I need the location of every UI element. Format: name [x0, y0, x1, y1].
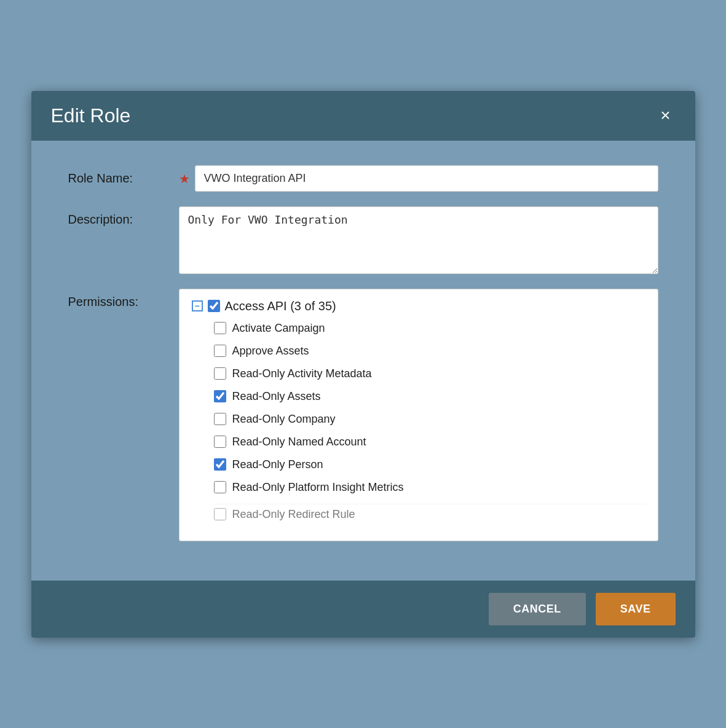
perm-item-readonly-platform-insight: Read-Only Platform Insight Metrics — [214, 481, 645, 494]
perm-item-readonly-assets: Read-Only Assets — [214, 390, 645, 403]
perm-label-activate-campaign: Activate Campaign — [232, 322, 325, 335]
modal-footer: CANCEL SAVE — [31, 581, 695, 638]
checkbox-readonly-activity-metadata[interactable] — [214, 367, 226, 380]
description-label: Description: — [68, 206, 179, 227]
perm-label-readonly-named-account: Read-Only Named Account — [232, 436, 366, 448]
checkbox-readonly-redirect-rule[interactable] — [214, 508, 226, 520]
role-name-input-wrapper: ★ — [179, 165, 658, 192]
permissions-box: − Access API (3 of 35) Activate Campaign… — [179, 289, 658, 541]
role-name-input[interactable] — [195, 165, 658, 192]
save-button[interactable]: SAVE — [596, 593, 676, 625]
modal-title: Edit Role — [51, 104, 131, 127]
modal-header: Edit Role × — [31, 91, 695, 141]
modal-body: Role Name: ★ Description: Only For VWO I… — [31, 141, 695, 581]
checkbox-readonly-company[interactable] — [214, 413, 226, 425]
permissions-row: Permissions: − Access API (3 of 35) Acti… — [68, 289, 658, 541]
role-name-label: Role Name: — [68, 165, 179, 186]
cancel-button[interactable]: CANCEL — [489, 593, 586, 625]
perm-item-readonly-person: Read-Only Person — [214, 458, 645, 471]
checkbox-approve-assets[interactable] — [214, 345, 226, 357]
role-name-row: Role Name: ★ — [68, 165, 658, 192]
perm-item-readonly-named-account: Read-Only Named Account — [214, 436, 645, 448]
permissions-label: Permissions: — [68, 289, 179, 309]
perm-label-readonly-person: Read-Only Person — [232, 458, 323, 471]
perm-item-approve-assets: Approve Assets — [214, 345, 645, 358]
perm-label-readonly-activity-metadata: Read-Only Activity Metadata — [232, 367, 372, 380]
perm-label-readonly-redirect-rule: Read-Only Redirect Rule — [232, 508, 355, 521]
required-indicator: ★ — [179, 165, 190, 186]
checkbox-readonly-named-account[interactable] — [214, 436, 226, 448]
checkbox-readonly-assets[interactable] — [214, 390, 226, 402]
perm-label-readonly-company: Read-Only Company — [232, 413, 336, 426]
perm-item-readonly-company: Read-Only Company — [214, 413, 645, 426]
description-textarea[interactable]: Only For VWO Integration — [179, 206, 658, 274]
perm-label-readonly-platform-insight: Read-Only Platform Insight Metrics — [232, 481, 404, 494]
edit-role-modal: Edit Role × Role Name: ★ Description: On… — [31, 91, 695, 638]
checkbox-readonly-platform-insight[interactable] — [214, 481, 226, 493]
permissions-header: − Access API (3 of 35) — [192, 299, 645, 313]
perm-label-readonly-assets: Read-Only Assets — [232, 390, 321, 403]
perm-item-activate-campaign: Activate Campaign — [214, 322, 645, 335]
perm-item-readonly-activity-metadata: Read-Only Activity Metadata — [214, 367, 645, 380]
collapse-icon[interactable]: − — [192, 300, 203, 311]
perm-label-approve-assets: Approve Assets — [232, 345, 309, 358]
perm-item-readonly-redirect-rule: Read-Only Redirect Rule — [214, 504, 645, 521]
permissions-header-label: Access API (3 of 35) — [225, 299, 336, 313]
checkbox-activate-campaign[interactable] — [214, 322, 226, 334]
select-all-checkbox[interactable] — [208, 300, 220, 312]
close-button[interactable]: × — [655, 104, 675, 127]
description-row: Description: Only For VWO Integration — [68, 206, 658, 274]
checkbox-readonly-person[interactable] — [214, 458, 226, 471]
